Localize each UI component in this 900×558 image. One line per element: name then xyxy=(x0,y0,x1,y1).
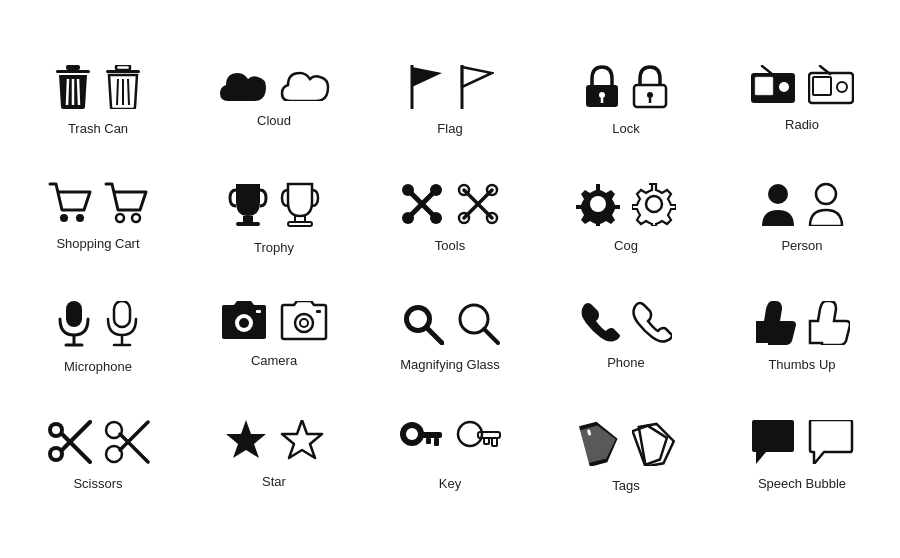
svg-rect-51 xyxy=(66,301,82,327)
magnifying-glass-outline-icon xyxy=(456,301,500,345)
tags-outline-icon xyxy=(632,420,676,466)
icon-row-cloud xyxy=(218,65,330,101)
svg-point-20 xyxy=(779,82,789,92)
svg-point-71 xyxy=(52,426,60,434)
icon-group-scissors: Scissors xyxy=(10,402,186,511)
svg-point-25 xyxy=(837,82,847,92)
radio-label: Radio xyxy=(785,117,819,132)
flag-outline-icon xyxy=(456,65,494,109)
svg-rect-54 xyxy=(114,301,130,327)
scissors-outline-icon xyxy=(104,420,150,464)
svg-rect-32 xyxy=(236,222,260,226)
svg-point-39 xyxy=(430,212,442,224)
icon-grid: Trash Can Cloud Flag xyxy=(0,27,900,531)
svg-point-77 xyxy=(406,428,418,440)
icon-group-tags: Tags xyxy=(538,402,714,511)
icon-row-flag xyxy=(406,65,494,109)
cog-label: Cog xyxy=(614,238,638,253)
icon-row-scissors xyxy=(46,420,150,464)
svg-point-28 xyxy=(76,214,84,222)
star-label: Star xyxy=(262,474,286,489)
svg-line-4 xyxy=(78,79,79,105)
svg-point-60 xyxy=(295,314,313,332)
svg-rect-0 xyxy=(66,65,80,70)
star-outline-icon xyxy=(280,420,324,462)
icon-row-lock xyxy=(584,65,668,109)
svg-line-67 xyxy=(484,329,498,343)
thumbs-up-outline-icon xyxy=(808,301,850,345)
svg-point-30 xyxy=(132,214,140,222)
icon-group-tools: Tools xyxy=(362,164,538,273)
icon-group-shopping-cart: Shopping Cart xyxy=(10,164,186,273)
icon-row-radio xyxy=(750,65,854,105)
svg-point-70 xyxy=(52,450,60,458)
svg-point-58 xyxy=(239,318,249,328)
tools-filled-icon xyxy=(400,182,444,226)
speech-bubble-filled-icon xyxy=(750,420,796,464)
icon-group-flag: Flag xyxy=(362,47,538,154)
trash-can-label: Trash Can xyxy=(68,121,128,136)
icon-group-key: Key xyxy=(362,402,538,511)
svg-marker-74 xyxy=(226,420,266,458)
svg-rect-31 xyxy=(243,216,253,222)
magnifying-glass-label: Magnifying Glass xyxy=(400,357,500,372)
svg-rect-78 xyxy=(420,432,442,438)
cloud-outline-icon xyxy=(280,65,330,101)
shopping-cart-label: Shopping Cart xyxy=(56,236,139,251)
icon-group-microphone: Microphone xyxy=(10,283,186,392)
icon-row-tools xyxy=(400,182,500,226)
svg-line-2 xyxy=(67,79,68,105)
icon-row-thumbs-up xyxy=(754,301,850,345)
person-filled-icon xyxy=(760,182,796,226)
svg-rect-6 xyxy=(106,70,140,73)
trophy-outline-icon xyxy=(280,182,320,228)
svg-line-85 xyxy=(589,431,590,434)
tags-filled-icon xyxy=(576,420,620,466)
svg-rect-34 xyxy=(288,222,312,226)
icon-row-tags xyxy=(576,420,676,466)
thumbs-up-label: Thumbs Up xyxy=(768,357,835,372)
trash-can-filled-icon xyxy=(54,65,92,109)
key-label: Key xyxy=(439,476,461,491)
shopping-cart-outline-icon xyxy=(104,182,148,224)
scissors-filled-icon xyxy=(46,420,92,464)
icon-row-shopping-cart xyxy=(48,182,148,224)
scissors-label: Scissors xyxy=(73,476,122,491)
icon-row-magnifying-glass xyxy=(400,301,500,345)
svg-point-64 xyxy=(409,310,427,328)
icon-row-speech-bubble xyxy=(750,420,854,464)
svg-rect-79 xyxy=(434,438,439,446)
svg-rect-80 xyxy=(426,438,431,444)
svg-line-22 xyxy=(762,66,772,74)
svg-line-9 xyxy=(128,79,129,105)
icon-group-cog: Cog xyxy=(538,164,714,273)
key-filled-icon xyxy=(398,420,444,464)
svg-rect-62 xyxy=(316,310,321,313)
icon-row-person xyxy=(760,182,844,226)
svg-line-65 xyxy=(428,329,442,343)
trophy-label: Trophy xyxy=(254,240,294,255)
camera-filled-icon xyxy=(220,301,268,341)
camera-outline-icon xyxy=(280,301,328,341)
radio-filled-icon xyxy=(750,65,796,105)
svg-rect-83 xyxy=(492,438,497,446)
svg-rect-19 xyxy=(755,77,773,95)
icon-group-trash-can: Trash Can xyxy=(10,47,186,154)
tags-label: Tags xyxy=(612,478,639,493)
icon-group-trophy: Trophy xyxy=(186,164,362,273)
lock-outline-icon xyxy=(632,65,668,109)
trash-can-outline-icon xyxy=(104,65,142,109)
trophy-filled-icon xyxy=(228,182,268,228)
microphone-outline-icon xyxy=(104,301,140,347)
icon-row-cog xyxy=(576,182,676,226)
speech-bubble-label: Speech Bubble xyxy=(758,476,846,491)
speech-bubble-outline-icon xyxy=(808,420,854,464)
svg-rect-59 xyxy=(256,310,261,313)
icon-group-person: Person xyxy=(714,164,890,273)
svg-rect-5 xyxy=(116,65,130,70)
cloud-filled-icon xyxy=(218,65,268,101)
icon-row-microphone xyxy=(56,301,140,347)
phone-filled-icon xyxy=(580,301,620,343)
icon-row-trash-can xyxy=(54,65,142,109)
radio-outline-icon xyxy=(808,65,854,105)
